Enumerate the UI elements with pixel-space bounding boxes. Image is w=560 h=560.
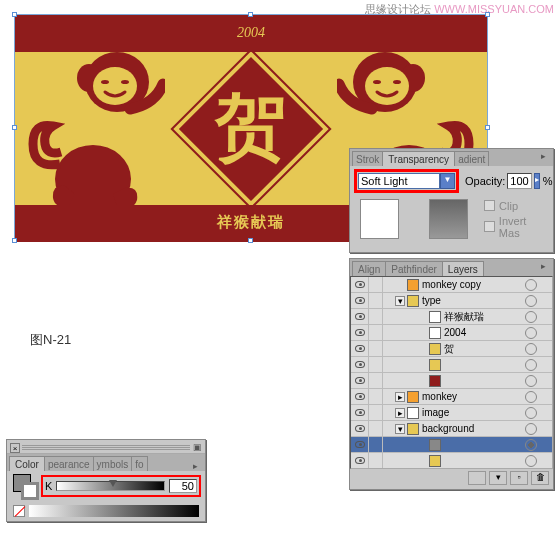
panel-menu-icon[interactable]: ▸ bbox=[541, 151, 551, 161]
visibility-toggle[interactable] bbox=[351, 325, 369, 340]
target-icon[interactable] bbox=[525, 407, 537, 419]
panel-menu-icon[interactable]: ▸ bbox=[193, 461, 203, 471]
object-thumbnail[interactable] bbox=[360, 199, 399, 239]
target-icon[interactable] bbox=[525, 359, 537, 371]
layer-row[interactable]: ▾background bbox=[351, 421, 552, 437]
target-icon[interactable] bbox=[525, 279, 537, 291]
lock-toggle[interactable] bbox=[369, 293, 383, 308]
lock-toggle[interactable] bbox=[369, 421, 383, 436]
fill-stroke-proxy[interactable] bbox=[13, 474, 39, 500]
disclosure-toggle[interactable]: ▸ bbox=[395, 392, 405, 402]
make-clipping-button[interactable] bbox=[468, 471, 486, 485]
tab-transparency[interactable]: Transparency bbox=[382, 151, 455, 166]
mask-thumbnail[interactable] bbox=[429, 199, 468, 239]
tab-appearance[interactable]: pearance bbox=[44, 456, 94, 471]
layer-row[interactable]: ▸image bbox=[351, 405, 552, 421]
visibility-toggle[interactable] bbox=[351, 309, 369, 324]
invert-checkbox[interactable] bbox=[484, 221, 495, 232]
layer-name[interactable]: 2004 bbox=[444, 327, 521, 338]
layer-row[interactable] bbox=[351, 437, 552, 453]
lock-toggle[interactable] bbox=[369, 357, 383, 372]
layer-name[interactable]: 祥猴献瑞 bbox=[444, 310, 521, 324]
slider-thumb[interactable] bbox=[109, 480, 117, 487]
target-icon[interactable] bbox=[525, 375, 537, 387]
tab-info[interactable]: fo bbox=[131, 456, 147, 471]
clip-checkbox-row[interactable]: Clip bbox=[484, 200, 549, 212]
layer-row[interactable] bbox=[351, 357, 552, 373]
tab-color[interactable]: Color bbox=[9, 456, 45, 471]
stroke-swatch[interactable] bbox=[21, 482, 39, 500]
layer-name[interactable]: background bbox=[422, 423, 521, 434]
visibility-toggle[interactable] bbox=[351, 453, 369, 468]
visibility-toggle[interactable] bbox=[351, 277, 369, 292]
visibility-toggle[interactable] bbox=[351, 341, 369, 356]
invert-checkbox-row[interactable]: Invert Mas bbox=[484, 215, 549, 239]
disclosure-toggle[interactable]: ▾ bbox=[395, 296, 405, 306]
selection-handle[interactable] bbox=[248, 238, 253, 243]
new-layer-button[interactable]: ▫ bbox=[510, 471, 528, 485]
lock-toggle[interactable] bbox=[369, 373, 383, 388]
layer-list[interactable]: monkey copy▾type祥猴献瑞2004贺▸monkey▸image▾b… bbox=[350, 276, 553, 469]
lock-toggle[interactable] bbox=[369, 309, 383, 324]
layer-row[interactable]: 贺 bbox=[351, 341, 552, 357]
visibility-toggle[interactable] bbox=[351, 437, 369, 452]
target-icon[interactable] bbox=[525, 423, 537, 435]
lock-toggle[interactable] bbox=[369, 325, 383, 340]
visibility-toggle[interactable] bbox=[351, 405, 369, 420]
panel-menu-icon[interactable]: ▸ bbox=[541, 261, 551, 271]
k-value-input[interactable]: 50 bbox=[169, 479, 197, 493]
opacity-input[interactable]: 100 bbox=[507, 173, 531, 189]
panel-menu-icon[interactable]: ▣ bbox=[193, 442, 203, 452]
layer-name[interactable]: monkey copy bbox=[422, 279, 521, 290]
layer-name[interactable]: 贺 bbox=[444, 342, 521, 356]
target-icon[interactable] bbox=[525, 391, 537, 403]
layer-row[interactable]: monkey copy bbox=[351, 277, 552, 293]
opacity-dropdown-icon[interactable]: ▸ bbox=[534, 173, 540, 189]
layer-row[interactable] bbox=[351, 373, 552, 389]
tab-stroke[interactable]: Strok bbox=[352, 151, 383, 166]
selection-handle[interactable] bbox=[485, 12, 490, 17]
tab-align[interactable]: Align bbox=[352, 261, 386, 276]
blend-mode-dropdown-icon[interactable]: ▼ bbox=[440, 173, 455, 189]
mask-link-icon[interactable] bbox=[407, 199, 421, 239]
lock-toggle[interactable] bbox=[369, 389, 383, 404]
lock-toggle[interactable] bbox=[369, 405, 383, 420]
selection-handle[interactable] bbox=[485, 125, 490, 130]
selection-handle[interactable] bbox=[12, 238, 17, 243]
disclosure-toggle[interactable]: ▸ bbox=[395, 408, 405, 418]
layer-row[interactable]: ▾type bbox=[351, 293, 552, 309]
visibility-toggle[interactable] bbox=[351, 389, 369, 404]
layer-name[interactable]: monkey bbox=[422, 391, 521, 402]
tab-gradient[interactable]: adient bbox=[454, 151, 489, 166]
tab-layers[interactable]: Layers bbox=[442, 261, 484, 276]
new-sublayer-button[interactable]: ▾ bbox=[489, 471, 507, 485]
visibility-toggle[interactable] bbox=[351, 293, 369, 308]
layer-name[interactable]: type bbox=[422, 295, 521, 306]
selection-handle[interactable] bbox=[248, 12, 253, 17]
target-icon[interactable] bbox=[525, 455, 537, 467]
target-icon[interactable] bbox=[525, 311, 537, 323]
selection-handle[interactable] bbox=[12, 125, 17, 130]
target-icon[interactable] bbox=[525, 343, 537, 355]
blend-mode-select[interactable]: Soft Light bbox=[358, 173, 440, 189]
clip-checkbox[interactable] bbox=[484, 200, 495, 211]
lock-toggle[interactable] bbox=[369, 437, 383, 452]
layer-row[interactable]: 2004 bbox=[351, 325, 552, 341]
visibility-toggle[interactable] bbox=[351, 373, 369, 388]
visibility-toggle[interactable] bbox=[351, 357, 369, 372]
lock-toggle[interactable] bbox=[369, 277, 383, 292]
tab-symbols[interactable]: ymbols bbox=[93, 456, 133, 471]
target-icon[interactable] bbox=[525, 295, 537, 307]
layer-row[interactable] bbox=[351, 453, 552, 469]
none-swatch[interactable] bbox=[13, 505, 25, 517]
panel-grip[interactable] bbox=[22, 444, 190, 450]
layer-name[interactable]: image bbox=[422, 407, 521, 418]
visibility-toggle[interactable] bbox=[351, 421, 369, 436]
target-icon[interactable] bbox=[525, 439, 537, 451]
spectrum-bar[interactable] bbox=[29, 505, 199, 517]
delete-layer-button[interactable]: 🗑 bbox=[531, 471, 549, 485]
lock-toggle[interactable] bbox=[369, 341, 383, 356]
target-icon[interactable] bbox=[525, 327, 537, 339]
selection-handle[interactable] bbox=[12, 12, 17, 17]
layer-row[interactable]: 祥猴献瑞 bbox=[351, 309, 552, 325]
